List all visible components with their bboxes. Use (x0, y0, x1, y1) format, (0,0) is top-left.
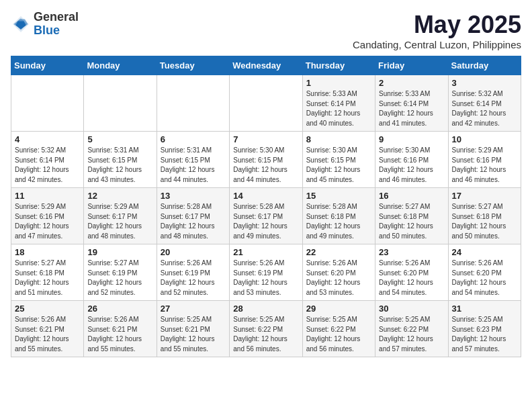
calendar-cell (157, 75, 229, 132)
title-block: May 2025 Candating, Central Luzon, Phili… (353, 11, 521, 50)
day-info: Sunrise: 5:26 AM Sunset: 6:19 PM Dayligh… (233, 259, 298, 298)
day-info: Sunrise: 5:25 AM Sunset: 6:23 PM Dayligh… (452, 315, 517, 354)
day-number: 9 (379, 134, 444, 144)
weekday-header-thursday: Thursday (302, 56, 375, 75)
calendar-cell: 24Sunrise: 5:26 AM Sunset: 6:20 PM Dayli… (448, 244, 521, 301)
day-info: Sunrise: 5:28 AM Sunset: 6:17 PM Dayligh… (161, 202, 226, 241)
day-info: Sunrise: 5:25 AM Sunset: 6:22 PM Dayligh… (379, 315, 444, 354)
day-info: Sunrise: 5:32 AM Sunset: 6:14 PM Dayligh… (452, 89, 517, 128)
calendar-cell: 15Sunrise: 5:28 AM Sunset: 6:18 PM Dayli… (302, 188, 375, 244)
day-info: Sunrise: 5:31 AM Sunset: 6:15 PM Dayligh… (87, 146, 152, 185)
calendar-cell: 11Sunrise: 5:29 AM Sunset: 6:16 PM Dayli… (11, 188, 84, 244)
location-title: Candating, Central Luzon, Philippines (353, 39, 521, 50)
calendar-cell: 13Sunrise: 5:28 AM Sunset: 6:17 PM Dayli… (157, 188, 229, 244)
day-info: Sunrise: 5:28 AM Sunset: 6:17 PM Dayligh… (233, 202, 298, 241)
day-number: 23 (379, 247, 444, 257)
day-info: Sunrise: 5:33 AM Sunset: 6:14 PM Dayligh… (306, 89, 371, 128)
day-number: 22 (306, 247, 371, 257)
day-number: 20 (161, 247, 226, 257)
calendar-table: SundayMondayTuesdayWednesdayThursdayFrid… (11, 56, 521, 357)
day-info: Sunrise: 5:30 AM Sunset: 6:15 PM Dayligh… (306, 146, 371, 185)
day-number: 7 (233, 134, 298, 144)
calendar-cell: 29Sunrise: 5:25 AM Sunset: 6:22 PM Dayli… (302, 301, 375, 357)
day-number: 4 (15, 134, 80, 144)
day-info: Sunrise: 5:27 AM Sunset: 6:19 PM Dayligh… (87, 259, 152, 298)
day-number: 17 (452, 191, 517, 201)
day-info: Sunrise: 5:27 AM Sunset: 6:18 PM Dayligh… (15, 259, 80, 298)
day-info: Sunrise: 5:27 AM Sunset: 6:18 PM Dayligh… (379, 202, 444, 241)
day-info: Sunrise: 5:33 AM Sunset: 6:14 PM Dayligh… (379, 89, 444, 128)
weekday-header-sunday: Sunday (11, 56, 84, 75)
day-info: Sunrise: 5:26 AM Sunset: 6:19 PM Dayligh… (161, 259, 226, 298)
calendar-week-5: 25Sunrise: 5:26 AM Sunset: 6:21 PM Dayli… (11, 301, 521, 357)
day-info: Sunrise: 5:28 AM Sunset: 6:18 PM Dayligh… (306, 202, 371, 241)
day-number: 24 (452, 247, 517, 257)
day-number: 3 (452, 78, 517, 88)
day-info: Sunrise: 5:26 AM Sunset: 6:21 PM Dayligh… (87, 315, 152, 354)
day-number: 18 (15, 247, 80, 257)
calendar-cell: 18Sunrise: 5:27 AM Sunset: 6:18 PM Dayli… (11, 244, 84, 301)
day-number: 13 (161, 191, 226, 201)
day-info: Sunrise: 5:31 AM Sunset: 6:15 PM Dayligh… (161, 146, 226, 185)
calendar-cell: 27Sunrise: 5:25 AM Sunset: 6:21 PM Dayli… (157, 301, 229, 357)
day-info: Sunrise: 5:25 AM Sunset: 6:22 PM Dayligh… (306, 315, 371, 354)
calendar-week-3: 11Sunrise: 5:29 AM Sunset: 6:16 PM Dayli… (11, 188, 521, 244)
calendar-cell: 16Sunrise: 5:27 AM Sunset: 6:18 PM Dayli… (375, 188, 448, 244)
logo-blue: Blue (34, 24, 79, 38)
day-info: Sunrise: 5:29 AM Sunset: 6:16 PM Dayligh… (15, 202, 80, 241)
calendar-week-1: 1Sunrise: 5:33 AM Sunset: 6:14 PM Daylig… (11, 75, 521, 132)
day-info: Sunrise: 5:25 AM Sunset: 6:21 PM Dayligh… (161, 315, 226, 354)
calendar-cell: 23Sunrise: 5:26 AM Sunset: 6:20 PM Dayli… (375, 244, 448, 301)
calendar-cell: 9Sunrise: 5:30 AM Sunset: 6:16 PM Daylig… (375, 132, 448, 188)
calendar-cell: 20Sunrise: 5:26 AM Sunset: 6:19 PM Dayli… (157, 244, 229, 301)
day-number: 10 (452, 134, 517, 144)
logo-general: General (34, 11, 79, 24)
day-number: 19 (87, 247, 152, 257)
day-number: 6 (161, 134, 226, 144)
calendar-week-4: 18Sunrise: 5:27 AM Sunset: 6:18 PM Dayli… (11, 244, 521, 301)
calendar-cell: 28Sunrise: 5:25 AM Sunset: 6:22 PM Dayli… (230, 301, 302, 357)
weekday-header-friday: Friday (375, 56, 448, 75)
day-number: 5 (87, 134, 152, 144)
calendar-cell (11, 75, 84, 132)
weekday-header-saturday: Saturday (448, 56, 521, 75)
day-info: Sunrise: 5:29 AM Sunset: 6:16 PM Dayligh… (452, 146, 517, 185)
day-info: Sunrise: 5:26 AM Sunset: 6:21 PM Dayligh… (15, 315, 80, 354)
month-title: May 2025 (353, 11, 521, 39)
day-info: Sunrise: 5:30 AM Sunset: 6:16 PM Dayligh… (379, 146, 444, 185)
calendar-cell: 25Sunrise: 5:26 AM Sunset: 6:21 PM Dayli… (11, 301, 84, 357)
calendar-cell: 8Sunrise: 5:30 AM Sunset: 6:15 PM Daylig… (302, 132, 375, 188)
day-number: 25 (15, 304, 80, 314)
calendar-cell: 30Sunrise: 5:25 AM Sunset: 6:22 PM Dayli… (375, 301, 448, 357)
calendar-cell: 22Sunrise: 5:26 AM Sunset: 6:20 PM Dayli… (302, 244, 375, 301)
weekday-header-monday: Monday (84, 56, 157, 75)
day-number: 12 (87, 191, 152, 201)
day-number: 11 (15, 191, 80, 201)
day-info: Sunrise: 5:26 AM Sunset: 6:20 PM Dayligh… (379, 259, 444, 298)
page-header: General Blue May 2025 Candating, Central… (11, 11, 521, 50)
day-info: Sunrise: 5:32 AM Sunset: 6:14 PM Dayligh… (15, 146, 80, 185)
calendar-cell: 17Sunrise: 5:27 AM Sunset: 6:18 PM Dayli… (448, 188, 521, 244)
calendar-cell (230, 75, 302, 132)
day-number: 30 (379, 304, 444, 314)
calendar-cell: 31Sunrise: 5:25 AM Sunset: 6:23 PM Dayli… (448, 301, 521, 357)
calendar-cell: 14Sunrise: 5:28 AM Sunset: 6:17 PM Dayli… (230, 188, 302, 244)
day-number: 28 (233, 304, 298, 314)
day-number: 8 (306, 134, 371, 144)
day-number: 21 (233, 247, 298, 257)
calendar-cell: 19Sunrise: 5:27 AM Sunset: 6:19 PM Dayli… (84, 244, 157, 301)
day-number: 31 (452, 304, 517, 314)
calendar-cell: 5Sunrise: 5:31 AM Sunset: 6:15 PM Daylig… (84, 132, 157, 188)
calendar-cell: 1Sunrise: 5:33 AM Sunset: 6:14 PM Daylig… (302, 75, 375, 132)
calendar-week-2: 4Sunrise: 5:32 AM Sunset: 6:14 PM Daylig… (11, 132, 521, 188)
calendar-cell: 4Sunrise: 5:32 AM Sunset: 6:14 PM Daylig… (11, 132, 84, 188)
calendar-cell: 10Sunrise: 5:29 AM Sunset: 6:16 PM Dayli… (448, 132, 521, 188)
logo-icon (11, 14, 31, 34)
calendar-cell: 26Sunrise: 5:26 AM Sunset: 6:21 PM Dayli… (84, 301, 157, 357)
day-number: 26 (87, 304, 152, 314)
day-info: Sunrise: 5:25 AM Sunset: 6:22 PM Dayligh… (233, 315, 298, 354)
day-number: 16 (379, 191, 444, 201)
calendar-cell: 2Sunrise: 5:33 AM Sunset: 6:14 PM Daylig… (375, 75, 448, 132)
day-number: 29 (306, 304, 371, 314)
weekday-header-row: SundayMondayTuesdayWednesdayThursdayFrid… (11, 56, 521, 75)
